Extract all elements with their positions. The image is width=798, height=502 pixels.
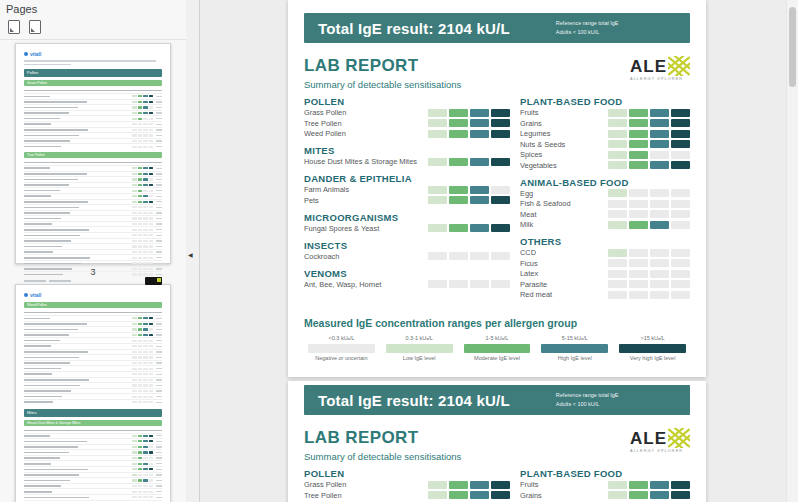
thumb-row-label bbox=[24, 323, 87, 325]
thumb-row-value bbox=[156, 396, 162, 397]
thumb-ige-segment bbox=[138, 384, 143, 386]
thumb-row-label bbox=[24, 345, 51, 347]
alex-footer-logo bbox=[145, 277, 162, 285]
allergen-label: Legumes bbox=[520, 129, 608, 138]
thumb-row-value bbox=[156, 179, 162, 180]
thumb-ige-segment bbox=[143, 340, 148, 342]
ige-level-segment bbox=[650, 119, 669, 127]
category-title: POLLEN bbox=[304, 469, 510, 479]
legend-label: Moderate IgE level bbox=[464, 355, 531, 361]
allergen-row: Parasite bbox=[520, 279, 690, 290]
legend-swatch bbox=[464, 344, 531, 353]
thumb-ige-segment bbox=[143, 317, 148, 319]
thumb-ige-segment bbox=[132, 223, 137, 225]
allergen-label: Grains bbox=[520, 119, 608, 128]
thumb-ige-segment bbox=[138, 106, 143, 108]
thumb-row-label bbox=[24, 452, 69, 454]
thumb-ige-segment bbox=[149, 323, 154, 325]
thumb-row-value bbox=[156, 240, 162, 241]
page-tool-icon-1[interactable] bbox=[8, 20, 20, 34]
ige-level-segment bbox=[449, 130, 468, 138]
thumb-ige-segment bbox=[149, 123, 154, 125]
thumb-row-label bbox=[24, 207, 79, 209]
thumb-row-value bbox=[156, 362, 162, 363]
scrollbar[interactable] bbox=[786, 0, 798, 502]
ige-level-segment bbox=[428, 196, 447, 204]
allergen-row: Fruits bbox=[520, 108, 690, 119]
ige-level-segment bbox=[491, 186, 510, 194]
thumb-ige-bar bbox=[132, 234, 153, 236]
report-heading: LAB REPORT Summary of detectable sensiti… bbox=[304, 428, 461, 462]
allergen-label: Egg bbox=[520, 189, 608, 198]
ige-level-segment bbox=[608, 249, 627, 257]
ige-level-bar bbox=[608, 109, 690, 117]
thumb-ige-bar bbox=[132, 451, 153, 453]
thumb-ige-bar bbox=[132, 140, 153, 142]
pages-toolbar bbox=[0, 15, 186, 40]
thumb-ige-bar bbox=[132, 496, 153, 498]
thumb-ige-bar bbox=[132, 351, 153, 353]
ige-level-segment bbox=[650, 259, 669, 267]
alex-logo: ALE ALLERGY XPLORER bbox=[630, 430, 690, 453]
page-tool-icon-2[interactable] bbox=[29, 20, 41, 34]
category-title: VENOMS bbox=[304, 269, 510, 279]
allergen-category: MITESHouse Dust Mites & Storage Mites bbox=[304, 146, 510, 167]
ige-level-bar bbox=[608, 140, 690, 148]
page-thumbnail[interactable]: vitallPollenGrass PollenTree Pollen bbox=[15, 43, 171, 264]
allergen-label: Farm Animals bbox=[304, 185, 428, 194]
ige-level-bar bbox=[428, 491, 510, 499]
thumb-ige-segment bbox=[138, 257, 143, 259]
thumb-row-value bbox=[156, 118, 162, 119]
ige-level-segment bbox=[671, 210, 690, 218]
thumb-row-value bbox=[156, 457, 162, 458]
ige-level-segment bbox=[428, 130, 447, 138]
ige-level-bar bbox=[608, 491, 690, 499]
thumb-row-value bbox=[156, 485, 162, 486]
thumb-row-value bbox=[156, 146, 162, 147]
thumb-ige-segment bbox=[143, 396, 148, 398]
thumb-ige-segment bbox=[132, 485, 137, 487]
thumb-ige-segment bbox=[132, 257, 137, 259]
thumb-ige-segment bbox=[143, 129, 148, 131]
thumb-ige-bar bbox=[132, 491, 153, 493]
thumb-ige-segment bbox=[138, 223, 143, 225]
ige-level-bar bbox=[608, 161, 690, 169]
thumb-ige-bar bbox=[132, 390, 153, 392]
allergen-row: Legumes bbox=[520, 129, 690, 140]
thumb-row-value bbox=[156, 385, 162, 386]
thumb-row-label bbox=[24, 135, 79, 137]
scrollbar-thumb[interactable] bbox=[789, 7, 796, 87]
thumb-row-value bbox=[156, 390, 162, 391]
thumb-row-value bbox=[156, 480, 162, 481]
thumb-ige-segment bbox=[132, 95, 137, 97]
thumb-ige-segment bbox=[143, 245, 148, 247]
ige-level-segment bbox=[671, 130, 690, 138]
thumb-ige-segment bbox=[143, 146, 148, 148]
thumb-ige-segment bbox=[132, 401, 137, 403]
thumb-section-header: Grass Pollen bbox=[24, 80, 162, 86]
ige-level-segment bbox=[608, 109, 627, 117]
thumb-row-label bbox=[24, 240, 71, 242]
thumb-ige-segment bbox=[143, 362, 148, 364]
allergen-row: Spices bbox=[520, 150, 690, 161]
thumb-row-value bbox=[156, 129, 162, 130]
thumb-ige-segment bbox=[132, 451, 137, 453]
thumb-row-value bbox=[156, 96, 162, 97]
thumb-ige-bar bbox=[132, 440, 153, 442]
thumb-row-value bbox=[156, 140, 162, 141]
thumb-ige-bar bbox=[132, 334, 153, 336]
ige-level-segment bbox=[671, 280, 690, 288]
collapse-sidebar-button[interactable]: ◀ bbox=[188, 250, 193, 260]
thumb-ige-segment bbox=[143, 384, 148, 386]
thumb-ige-segment bbox=[149, 468, 154, 470]
thumb-row-label bbox=[24, 469, 88, 471]
page-thumbnail[interactable]: vitallWeed PollenMitesHouse Dust Mites &… bbox=[15, 284, 171, 502]
allergen-category: POLLENGrass PollenTree PollenWeed Pollen bbox=[304, 469, 510, 502]
thumb-row-value bbox=[156, 218, 162, 219]
thumb-ige-segment bbox=[143, 251, 148, 253]
thumb-ige-bar bbox=[132, 134, 153, 136]
ige-level-bar bbox=[608, 481, 690, 489]
thumb-ige-segment bbox=[132, 323, 137, 325]
thumb-ige-segment bbox=[132, 240, 137, 242]
thumb-ige-segment bbox=[138, 345, 143, 347]
